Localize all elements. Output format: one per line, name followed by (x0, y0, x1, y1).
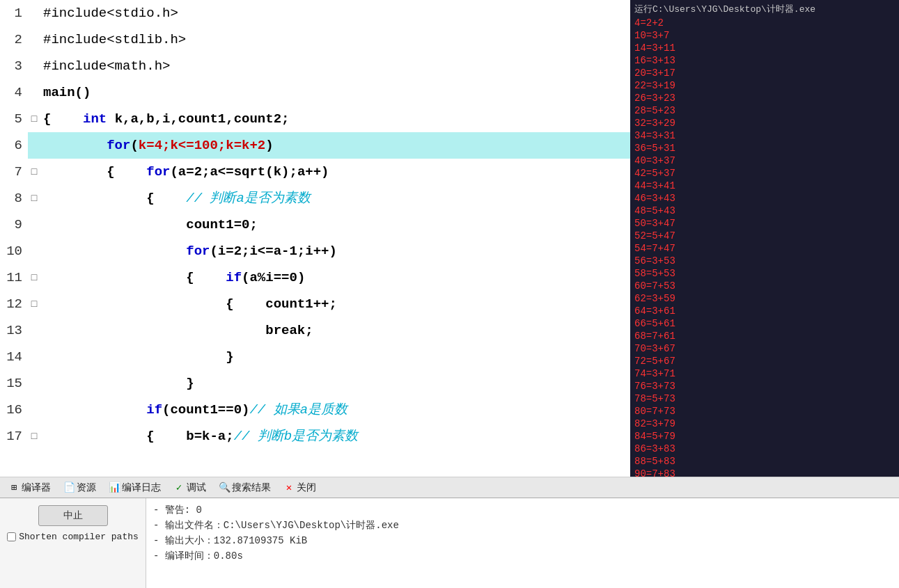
fold-6 (28, 132, 40, 159)
line-num-16: 16 (0, 397, 28, 423)
output-line: 82=3+79 (634, 418, 895, 430)
output-line: 54=7+47 (634, 242, 895, 255)
fold-15 (28, 370, 40, 397)
code-line-16: 16 if(count1==0)// 如果a是质数 (0, 397, 630, 423)
shorten-paths-row: Shorten compiler paths (7, 532, 139, 542)
toolbar-search[interactable]: 🔍 搜索结果 (216, 480, 274, 495)
line-num-8: 8 (0, 185, 28, 212)
code-line-7: 7 □ { for(a=2;a<=sqrt(k);a++) (0, 159, 630, 185)
output-line: 44=3+41 (634, 180, 895, 192)
output-line: 48=5+43 (634, 205, 895, 217)
code-line-11: 11 □ { if(a%i==0) (0, 264, 630, 291)
line-num-2: 2 (0, 26, 28, 53)
fold-8[interactable]: □ (28, 185, 40, 212)
shorten-paths-checkbox[interactable] (7, 532, 16, 541)
fold-9 (28, 212, 40, 238)
line-num-1: 1 (0, 0, 28, 26)
code-line-15: 15 } (0, 370, 630, 397)
code-line-13: 13 break; (0, 317, 630, 344)
toolbar-compiler[interactable]: ⊞ 编译器 (6, 480, 54, 495)
close-icon: ✕ (283, 482, 295, 493)
main-area: 1 #include<stdio.h> 2 #include<stdlib.h>… (0, 0, 899, 477)
output-line: 72=5+67 (634, 355, 895, 367)
output-line: 52=5+47 (634, 230, 895, 242)
fold-10 (28, 238, 40, 264)
line-content-3: #include<math.h> (40, 53, 630, 79)
output-panel[interactable]: 运行C:\Users\YJG\Desktop\计时器.exe 4=2+210=3… (630, 0, 899, 477)
fold-2 (28, 26, 40, 53)
toolbar-compile-log-label: 编译日志 (122, 482, 161, 494)
output-line: 56=3+53 (634, 255, 895, 267)
debug-icon: ✓ (173, 482, 185, 493)
fold-11[interactable]: □ (28, 264, 40, 291)
code-line-10: 10 for(i=2;i<=a-1;i++) (0, 238, 630, 264)
compiler-icon: ⊞ (8, 482, 19, 493)
line-content-4: main() (40, 79, 630, 106)
line-num-17: 17 (0, 423, 28, 450)
line-num-10: 10 (0, 238, 28, 264)
code-line-8: 8 □ { // 判断a是否为素数 (0, 185, 630, 212)
output-line: 70=3+67 (634, 342, 895, 355)
code-line-1: 1 #include<stdio.h> (0, 0, 630, 26)
output-line: 40=3+37 (634, 154, 895, 167)
line-content-13: break; (40, 317, 630, 344)
fold-5[interactable]: □ (28, 106, 40, 132)
fold-7[interactable]: □ (28, 159, 40, 185)
line-content-10: for(i=2;i<=a-1;i++) (40, 238, 630, 264)
bottom-log: 中止 Shorten compiler paths - 警告: 0- 输出文件名… (0, 498, 899, 588)
line-content-17: { b=k-a;// 判断b是否为素数 (40, 423, 630, 450)
fold-13 (28, 317, 40, 344)
line-num-15: 15 (0, 370, 28, 397)
line-content-7: { for(a=2;a<=sqrt(k);a++) (40, 159, 630, 185)
line-content-16: if(count1==0)// 如果a是质数 (40, 397, 630, 423)
log-line: - 输出文件名：C:\Users\YJG\Desktop\计时器.exe (153, 518, 892, 533)
log-line: - 输出大小：132.87109375 KiB (153, 533, 892, 548)
fold-12[interactable]: □ (28, 291, 40, 317)
output-line: 46=3+43 (634, 192, 895, 205)
toolbar-compile-log[interactable]: 📊 编译日志 (106, 480, 164, 495)
fold-14 (28, 344, 40, 370)
fold-17[interactable]: □ (28, 423, 40, 450)
output-line: 20=3+17 (634, 67, 895, 79)
stop-button[interactable]: 中止 (38, 505, 108, 526)
toolbar-resources-label: 资源 (77, 482, 96, 494)
line-num-13: 13 (0, 317, 28, 344)
output-line: 10=3+7 (634, 29, 895, 42)
bottom-toolbar: ⊞ 编译器 📄 资源 📊 编译日志 ✓ 调试 🔍 搜索结果 ✕ 关闭 (0, 477, 899, 498)
output-line: 32=3+29 (634, 117, 895, 129)
output-line: 4=2+2 (634, 17, 895, 29)
output-line: 28=5+23 (634, 104, 895, 117)
output-line: 26=3+23 (634, 92, 895, 104)
toolbar-resources[interactable]: 📄 资源 (61, 480, 99, 495)
code-editor: 1 #include<stdio.h> 2 #include<stdlib.h>… (0, 0, 630, 477)
fold-3 (28, 53, 40, 79)
log-lines: - 警告: 0- 输出文件名：C:\Users\YJG\Desktop\计时器.… (153, 502, 892, 564)
output-line: 36=5+31 (634, 142, 895, 154)
output-line: 80=7+73 (634, 405, 895, 418)
line-content-5: { int k,a,b,i,count1,count2; (40, 106, 630, 132)
line-num-5: 5 (0, 106, 28, 132)
output-line: 74=3+71 (634, 367, 895, 380)
line-content-1: #include<stdio.h> (40, 0, 630, 26)
line-content-2: #include<stdlib.h> (40, 26, 630, 53)
line-num-7: 7 (0, 159, 28, 185)
line-num-11: 11 (0, 264, 28, 291)
code-line-17: 17 □ { b=k-a;// 判断b是否为素数 (0, 423, 630, 450)
line-num-14: 14 (0, 344, 28, 370)
toolbar-debug[interactable]: ✓ 调试 (171, 480, 209, 495)
output-line: 50=3+47 (634, 217, 895, 230)
output-line: 84=5+79 (634, 430, 895, 443)
output-line: 68=7+61 (634, 330, 895, 342)
toolbar-debug-label: 调试 (187, 482, 206, 494)
code-line-12: 12 □ { count1++; (0, 291, 630, 317)
resources-icon: 📄 (63, 482, 75, 493)
line-num-3: 3 (0, 53, 28, 79)
toolbar-close[interactable]: ✕ 关闭 (281, 480, 319, 495)
line-content-14: } (40, 344, 630, 370)
output-line: 14=3+11 (634, 42, 895, 54)
fold-4 (28, 79, 40, 106)
shorten-paths-label: Shorten compiler paths (19, 532, 139, 542)
output-line: 64=3+61 (634, 305, 895, 317)
line-content-12: { count1++; (40, 291, 630, 317)
output-title: 运行C:\Users\YJG\Desktop\计时器.exe (634, 3, 895, 15)
